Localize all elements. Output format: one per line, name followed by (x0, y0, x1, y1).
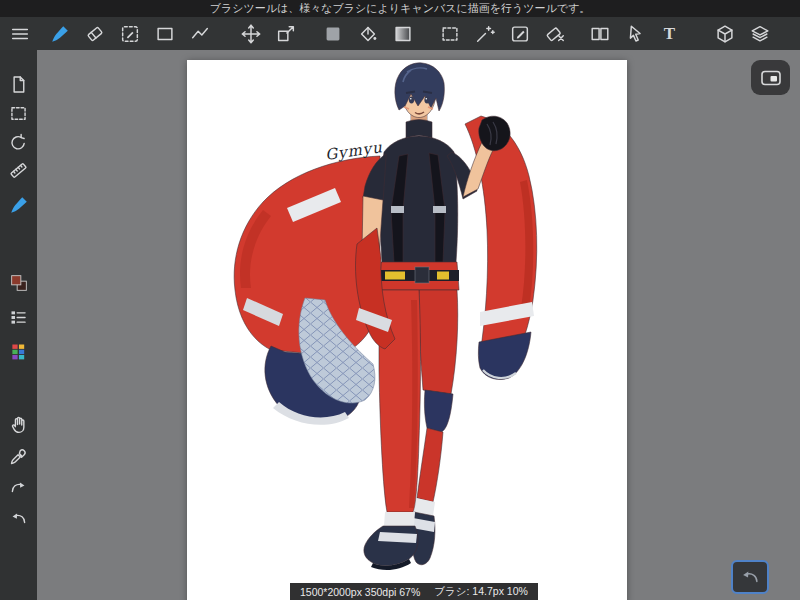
split-view-icon (589, 23, 611, 45)
canvas-info: 1500*2000px 350dpi 67% (300, 586, 420, 598)
select-pen-icon (119, 23, 141, 45)
select-area-button[interactable] (4, 99, 34, 127)
deselect-eraser-button[interactable] (537, 19, 572, 49)
transform-icon (275, 23, 297, 45)
new-page-button[interactable] (4, 70, 34, 98)
drawing-canvas[interactable]: Gymyu (187, 60, 627, 600)
color-swatch-button[interactable] (315, 19, 350, 49)
ruler-button[interactable] (4, 156, 34, 184)
paint-brush-icon (8, 194, 30, 216)
color-swatches-button[interactable] (4, 269, 34, 297)
ruler-icon (8, 160, 29, 181)
main-toolbar: T (0, 17, 800, 50)
magic-wand-button[interactable] (467, 19, 502, 49)
undo-button-sidebar[interactable] (4, 504, 34, 532)
bucket-icon (357, 23, 379, 45)
paint-app-window: ブラシツールは、様々なブラシによりキャンバスに描画を行うツールです。 (0, 0, 800, 600)
polyline-icon (189, 23, 211, 45)
hamburger-icon (9, 23, 31, 45)
eraser-icon (84, 23, 106, 45)
move-icon (240, 23, 262, 45)
undo-icon (8, 508, 29, 529)
move-tool-button[interactable] (233, 19, 268, 49)
display-window-icon (759, 66, 783, 90)
layer-list-icon (8, 307, 29, 328)
redo-icon (8, 477, 29, 498)
rotate-canvas-button[interactable] (4, 128, 34, 156)
hand-tool-button[interactable] (4, 410, 34, 438)
text-tool-button[interactable]: T (652, 19, 687, 49)
redo-button[interactable] (4, 473, 34, 501)
deselect-eraser-icon (544, 23, 566, 45)
polyline-tool-button[interactable] (182, 19, 217, 49)
rotate-icon (8, 132, 29, 153)
pen-select-button[interactable] (502, 19, 537, 49)
text-tool-icon: T (664, 24, 675, 44)
fill-bucket-button[interactable] (350, 19, 385, 49)
rectangle-icon (154, 23, 176, 45)
eyedropper-button[interactable] (4, 442, 34, 470)
brush-info: ブラシ: 14.7px 10% (434, 585, 528, 599)
pen-select-icon (509, 23, 531, 45)
hand-icon (8, 414, 29, 435)
undo-floating-button[interactable] (731, 560, 769, 594)
color-palette-button[interactable] (4, 337, 34, 365)
transform-tool-button[interactable] (268, 19, 303, 49)
layers-icon (749, 23, 771, 45)
undo-arrow-icon (739, 565, 761, 589)
floating-window-button[interactable] (751, 60, 790, 95)
object-cursor-button[interactable] (617, 19, 652, 49)
workspace: Gymyu (37, 50, 800, 600)
left-sidebar (0, 50, 38, 600)
status-bar: 1500*2000px 350dpi 67% ブラシ: 14.7px 10% (290, 583, 538, 600)
layers-button[interactable] (742, 19, 777, 49)
eraser-tool-button[interactable] (77, 19, 112, 49)
brush-icon (49, 23, 71, 45)
cursor-icon (624, 23, 646, 45)
rectangle-tool-button[interactable] (147, 19, 182, 49)
help-text: ブラシツールは、様々なブラシによりキャンバスに描画を行うツールです。 (210, 1, 590, 16)
page-icon (8, 74, 29, 95)
paint-brush-button[interactable] (4, 191, 34, 219)
firefighter-illustration (187, 60, 627, 600)
gradient-tool-button[interactable] (385, 19, 420, 49)
marquee-select-button[interactable] (432, 19, 467, 49)
fg-bg-color-icon (8, 272, 30, 294)
magic-wand-icon (474, 23, 496, 45)
menu-button[interactable] (2, 19, 37, 49)
palette-icon (8, 341, 29, 362)
help-bar: ブラシツールは、様々なブラシによりキャンバスに描画を行うツールです。 (0, 0, 800, 17)
split-view-button[interactable] (582, 19, 617, 49)
select-area-icon (8, 103, 29, 124)
brush-tool-button[interactable] (42, 19, 77, 49)
gradient-icon (392, 23, 414, 45)
material-button[interactable] (707, 19, 742, 49)
cube-icon (714, 23, 736, 45)
marquee-icon (439, 23, 461, 45)
layer-list-button[interactable] (4, 303, 34, 331)
color-swatch-icon (322, 23, 344, 45)
eyedropper-icon (8, 446, 29, 467)
select-pen-tool-button[interactable] (112, 19, 147, 49)
